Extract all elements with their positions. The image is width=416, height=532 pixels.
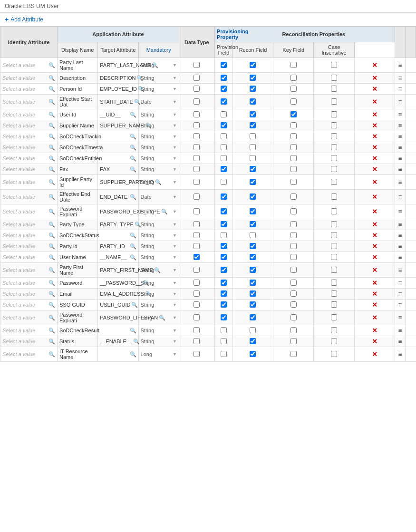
- dropdown-arrow-icon[interactable]: ▼: [173, 339, 177, 344]
- mandatory-checkbox[interactable]: [193, 155, 200, 161]
- mandatory-checkbox[interactable]: [193, 280, 200, 286]
- mandatory-checkbox[interactable]: [193, 98, 200, 105]
- select-value[interactable]: Select a value: [2, 99, 48, 105]
- dropdown-arrow-icon[interactable]: ▼: [173, 291, 177, 296]
- select-value[interactable]: Select a value: [2, 222, 48, 227]
- mandatory-checkbox[interactable]: [193, 122, 200, 128]
- mandatory-checkbox[interactable]: [193, 243, 200, 249]
- dropdown-arrow-icon[interactable]: ▼: [173, 315, 177, 320]
- mandatory-checkbox[interactable]: [193, 86, 200, 92]
- target-search-icon[interactable]: 🔍: [133, 339, 140, 345]
- provision-checkbox[interactable]: [221, 122, 227, 128]
- select-value[interactable]: Select a value: [2, 243, 48, 249]
- delete-button[interactable]: ✕: [372, 290, 377, 298]
- select-value[interactable]: Select a value: [2, 280, 48, 286]
- delete-button[interactable]: ✕: [372, 314, 377, 321]
- row-menu-button[interactable]: ≡: [398, 301, 402, 309]
- row-menu-button[interactable]: ≡: [398, 133, 402, 140]
- row-menu-button[interactable]: ≡: [398, 232, 402, 239]
- target-search-icon[interactable]: 🔍: [131, 302, 138, 308]
- search-icon[interactable]: 🔍: [48, 243, 55, 250]
- case-checkbox[interactable]: [331, 193, 337, 200]
- target-search-icon[interactable]: 🔍: [130, 254, 136, 261]
- case-checkbox[interactable]: [331, 221, 337, 227]
- select-value[interactable]: Select a value: [2, 145, 48, 150]
- select-value[interactable]: Select a value: [2, 155, 48, 161]
- dropdown-arrow-icon[interactable]: ▼: [173, 222, 177, 227]
- delete-button[interactable]: ✕: [372, 301, 377, 309]
- case-checkbox[interactable]: [331, 243, 337, 249]
- delete-button[interactable]: ✕: [372, 242, 377, 250]
- search-icon[interactable]: 🔍: [48, 194, 55, 200]
- case-checkbox[interactable]: [331, 290, 337, 297]
- mandatory-checkbox[interactable]: [193, 166, 200, 172]
- provision-checkbox[interactable]: [221, 62, 227, 68]
- recon-checkbox[interactable]: [250, 86, 256, 92]
- row-menu-button[interactable]: ≡: [398, 61, 402, 69]
- key-checkbox[interactable]: [290, 243, 297, 249]
- key-checkbox[interactable]: [290, 86, 297, 92]
- row-menu-button[interactable]: ≡: [398, 279, 402, 287]
- dropdown-arrow-icon[interactable]: ▼: [173, 99, 177, 104]
- recon-checkbox[interactable]: [250, 351, 256, 357]
- delete-button[interactable]: ✕: [372, 61, 377, 69]
- delete-button[interactable]: ✕: [372, 111, 377, 118]
- search-icon[interactable]: 🔍: [48, 179, 55, 185]
- target-search-icon[interactable]: 🔍: [134, 99, 141, 105]
- search-icon[interactable]: 🔍: [48, 328, 55, 334]
- search-icon[interactable]: 🔍: [48, 166, 55, 173]
- case-checkbox[interactable]: [331, 75, 337, 81]
- case-checkbox[interactable]: [331, 351, 337, 357]
- row-menu-button[interactable]: ≡: [398, 144, 402, 151]
- provision-checkbox[interactable]: [221, 221, 227, 227]
- provision-checkbox[interactable]: [221, 86, 227, 92]
- provision-checkbox[interactable]: [221, 290, 227, 297]
- recon-checkbox[interactable]: [250, 111, 256, 117]
- provision-checkbox[interactable]: [221, 232, 227, 238]
- recon-checkbox[interactable]: [250, 338, 256, 344]
- mandatory-checkbox[interactable]: [193, 208, 200, 214]
- delete-button[interactable]: ✕: [372, 178, 377, 186]
- provision-checkbox[interactable]: [221, 338, 227, 344]
- case-checkbox[interactable]: [331, 301, 337, 308]
- row-menu-button[interactable]: ≡: [398, 266, 402, 274]
- key-checkbox[interactable]: [290, 122, 297, 128]
- recon-checkbox[interactable]: [250, 280, 256, 286]
- recon-checkbox[interactable]: [250, 75, 256, 81]
- key-checkbox[interactable]: [290, 338, 297, 344]
- delete-button[interactable]: ✕: [372, 266, 377, 274]
- key-checkbox[interactable]: [290, 166, 297, 172]
- target-search-icon[interactable]: 🔍: [130, 166, 136, 173]
- case-checkbox[interactable]: [331, 280, 337, 286]
- row-menu-button[interactable]: ≡: [398, 338, 402, 345]
- target-search-icon[interactable]: 🔍: [130, 243, 136, 250]
- row-menu-button[interactable]: ≡: [398, 327, 402, 334]
- row-menu-button[interactable]: ≡: [398, 122, 402, 129]
- dropdown-arrow-icon[interactable]: ▼: [173, 123, 177, 128]
- case-checkbox[interactable]: [331, 232, 337, 238]
- recon-checkbox[interactable]: [250, 62, 256, 68]
- key-checkbox[interactable]: [290, 208, 297, 214]
- key-checkbox[interactable]: [290, 75, 297, 81]
- provision-checkbox[interactable]: [221, 144, 227, 150]
- select-value[interactable]: Select a value: [2, 123, 48, 128]
- provision-checkbox[interactable]: [221, 314, 227, 320]
- search-icon[interactable]: 🔍: [48, 86, 55, 92]
- select-value[interactable]: Select a value: [2, 75, 48, 81]
- row-menu-button[interactable]: ≡: [398, 208, 402, 215]
- mandatory-checkbox[interactable]: [193, 221, 200, 227]
- search-icon[interactable]: 🔍: [48, 75, 55, 81]
- mandatory-checkbox[interactable]: [193, 133, 200, 139]
- dropdown-arrow-icon[interactable]: ▼: [173, 268, 177, 272]
- select-value[interactable]: Select a value: [2, 166, 48, 172]
- recon-checkbox[interactable]: [250, 193, 256, 200]
- key-checkbox[interactable]: [290, 301, 297, 308]
- provision-checkbox[interactable]: [221, 111, 227, 117]
- search-icon[interactable]: 🔍: [48, 112, 55, 118]
- search-icon[interactable]: 🔍: [48, 145, 55, 151]
- mandatory-checkbox[interactable]: [193, 351, 200, 357]
- case-checkbox[interactable]: [331, 98, 337, 105]
- recon-checkbox[interactable]: [250, 166, 256, 172]
- delete-button[interactable]: ✕: [372, 338, 377, 345]
- dropdown-arrow-icon[interactable]: ▼: [173, 209, 177, 214]
